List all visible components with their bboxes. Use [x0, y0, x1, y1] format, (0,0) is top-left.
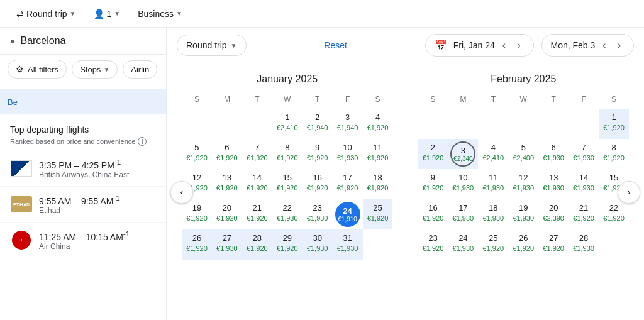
day-cell[interactable]: 19 €1,920 — [182, 199, 212, 229]
day-cell[interactable]: 24 €1,910 — [333, 199, 363, 229]
day-cell[interactable]: 17 €1,930 — [448, 199, 478, 229]
day-number: 5 — [194, 143, 199, 153]
day-cell[interactable]: 27 €1,930 — [212, 229, 242, 260]
day-cell[interactable]: 21 €1,920 — [242, 199, 272, 229]
day-cell[interactable]: 13 €1,920 — [212, 169, 242, 199]
day-cell[interactable]: 15 €1,920 — [272, 169, 303, 199]
flight-item[interactable]: ETIHAD 9:55 AM – 9:55 AM-1 Etihad — [0, 187, 166, 223]
day-price: €1,920 — [367, 154, 389, 162]
passengers-button[interactable]: 👤 1 ▼ — [87, 5, 127, 23]
day-cell[interactable]: 6 €1,930 — [538, 139, 569, 169]
day-price: €1,920 — [216, 184, 238, 192]
calendars-wrapper: ‹ › January 2025SMTWTFS1 €2,4102 €1,9403… — [167, 63, 644, 320]
calendar-prev-button[interactable]: ‹ — [170, 181, 193, 204]
sidebar: ● ⚙ All filters Stops ▼ Airlin Be Top de… — [0, 28, 167, 320]
day-price: €1,920 — [543, 245, 564, 252]
day-cell[interactable]: 17 €1,920 — [333, 169, 363, 199]
day-cell — [418, 109, 448, 139]
day-cell[interactable]: 4 €1,920 — [363, 109, 393, 139]
stops-filter-button[interactable]: Stops ▼ — [72, 60, 118, 79]
day-cell — [182, 109, 212, 139]
flight-list: 3:35 PM – 4:25 PM-1 British Airways, Chi… — [0, 151, 166, 258]
day-cell[interactable]: 1 €1,920 — [599, 109, 629, 139]
day-price: €1,920 — [247, 154, 268, 162]
class-button[interactable]: Business ▼ — [131, 5, 189, 23]
day-cell[interactable]: 23 €1,920 — [418, 229, 448, 260]
day-cell[interactable]: 10 €1,930 — [333, 139, 363, 169]
day-cell[interactable]: 21 €1,920 — [569, 199, 599, 229]
day-cell[interactable]: 25 €1,920 — [478, 229, 508, 260]
day-cell[interactable]: 22 €1,930 — [272, 199, 303, 229]
day-cell[interactable]: 3 €1,940 — [333, 109, 363, 139]
day-price: €1,920 — [423, 214, 444, 222]
january-calendar: January 2025SMTWTFS1 €2,4102 €1,9403 €1,… — [182, 74, 393, 311]
day-cell[interactable]: 16 €1,920 — [418, 199, 448, 229]
day-cell[interactable]: 7 €1,920 — [242, 139, 272, 169]
day-cell[interactable]: 19 €1,930 — [508, 199, 538, 229]
day-cell[interactable]: 30 €1,930 — [303, 229, 333, 260]
day-cell[interactable]: 2 €1,920 — [418, 139, 448, 169]
day-cell[interactable]: 8 €1,920 — [599, 139, 629, 169]
day-cell[interactable]: 31 €1,930 — [333, 229, 363, 260]
day-cell[interactable]: 11 €1,920 — [363, 139, 393, 169]
day-cell[interactable]: 27 €1,920 — [538, 229, 569, 260]
day-cell[interactable]: 11 €1,930 — [478, 169, 508, 199]
day-cell[interactable]: 23 €1,930 — [303, 199, 333, 229]
reset-button[interactable]: Reset — [324, 40, 347, 50]
day-price: €1,920 — [603, 214, 625, 222]
roundtrip-selector[interactable]: Round trip ▼ — [177, 35, 247, 56]
day-cell[interactable]: 26 €1,920 — [508, 229, 538, 260]
month-title: February 2025 — [418, 74, 630, 85]
day-cell[interactable]: 29 €1,920 — [272, 229, 303, 260]
flight-item[interactable]: 3:35 PM – 4:25 PM-1 British Airways, Chi… — [0, 151, 166, 187]
day-number: 7 — [255, 143, 259, 153]
day-cell[interactable]: 13 €1,930 — [538, 169, 569, 199]
day-cell[interactable]: 28 €1,930 — [569, 229, 599, 260]
day-number: 20 — [549, 203, 558, 213]
depart-next-button[interactable]: › — [513, 38, 524, 52]
day-cell[interactable]: 10 €1,930 — [448, 169, 478, 199]
all-filters-button[interactable]: ⚙ All filters — [8, 60, 67, 79]
day-cell[interactable]: 16 €1,920 — [303, 169, 333, 199]
day-cell[interactable]: 24 €1,930 — [448, 229, 478, 260]
day-price: €1,930 — [453, 214, 474, 222]
day-number: 21 — [579, 203, 588, 213]
day-price: €1,920 — [603, 124, 625, 131]
day-cell[interactable]: 7 €1,930 — [569, 139, 599, 169]
airlines-filter-button[interactable]: Airlin — [123, 60, 157, 79]
day-price: €1,920 — [186, 245, 208, 252]
day-price: €1,920 — [277, 245, 298, 252]
search-input[interactable] — [20, 35, 156, 47]
day-cell[interactable]: 3 €2,340 — [448, 139, 478, 169]
day-cell[interactable]: 4 €2,410 — [478, 139, 508, 169]
day-header: S — [363, 92, 393, 109]
day-cell[interactable]: 20 €2,390 — [538, 199, 569, 229]
day-cell[interactable]: 9 €1,920 — [303, 139, 333, 169]
day-cell[interactable]: 22 €1,920 — [599, 199, 629, 229]
day-cell[interactable]: 14 €1,930 — [569, 169, 599, 199]
day-cell[interactable]: 2 €1,940 — [303, 109, 333, 139]
day-cell[interactable]: 6 €1,920 — [212, 139, 242, 169]
return-prev-button[interactable]: ‹ — [599, 38, 609, 52]
day-cell[interactable]: 25 €1,920 — [363, 199, 393, 229]
day-header: T — [478, 92, 508, 109]
day-cell[interactable]: 18 €1,930 — [478, 199, 508, 229]
flight-airline: British Airways, China East — [39, 170, 156, 179]
trip-type-chevron: ▼ — [70, 10, 76, 17]
day-cell[interactable]: 18 €1,920 — [363, 169, 393, 199]
day-cell[interactable]: 28 €1,920 — [242, 229, 272, 260]
day-cell[interactable]: 9 €1,920 — [418, 169, 448, 199]
return-next-button[interactable]: › — [614, 38, 625, 52]
day-cell[interactable]: 8 €1,920 — [272, 139, 303, 169]
day-cell[interactable]: 20 €1,920 — [212, 199, 242, 229]
day-cell[interactable]: 5 €2,400 — [508, 139, 538, 169]
day-cell[interactable]: 12 €1,930 — [508, 169, 538, 199]
calendar-next-button[interactable]: › — [618, 181, 640, 204]
day-cell[interactable]: 26 €1,920 — [182, 229, 212, 260]
day-cell[interactable]: 1 €2,410 — [272, 109, 303, 139]
depart-prev-button[interactable]: ‹ — [499, 38, 509, 52]
day-cell[interactable]: 14 €1,920 — [242, 169, 272, 199]
trip-type-button[interactable]: ⇄ Round trip ▼ — [10, 5, 82, 23]
day-cell[interactable]: 5 €1,920 — [182, 139, 212, 169]
flight-item[interactable]: ✈ 11:25 AM – 10:15 AM-1 Air China — [0, 223, 166, 258]
